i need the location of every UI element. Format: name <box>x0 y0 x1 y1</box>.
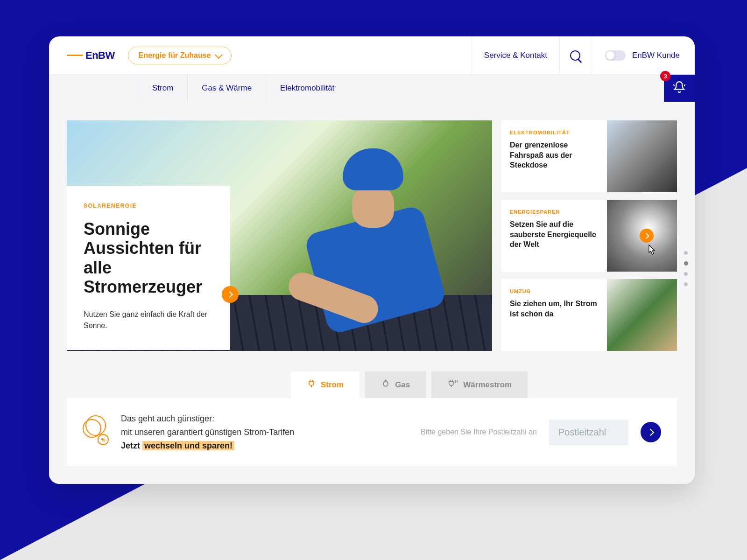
dot-4[interactable] <box>684 282 688 286</box>
tab-gas[interactable]: Gas <box>365 371 426 398</box>
category-dropdown[interactable]: Energie für Zuhause <box>128 47 232 64</box>
hero-title: Sonnige Aussichten für alle Stromerzeuge… <box>84 219 213 297</box>
side-title: Setzen Sie auf die sauberste Energiequel… <box>510 219 599 250</box>
sub-navigation: Strom Gas & Wärme Elektromobilität 3 <box>49 75 695 102</box>
hero-eyebrow: SOLARENERGIE <box>84 203 213 209</box>
flame-icon <box>381 379 390 391</box>
side-title: Sie ziehen um, Ihr Strom ist schon da <box>510 299 599 319</box>
side-eyebrow: ENERGIESPAREN <box>510 209 599 215</box>
promo-cta: Jetzt wechseln und sparen! <box>121 439 294 453</box>
search-button[interactable] <box>559 36 591 75</box>
plz-input[interactable] <box>549 420 628 445</box>
logo-dash-icon <box>67 55 83 56</box>
side-card-elektromobilitaet[interactable]: ELEKTROMOBILITÄT Der grenzenlose Fahrspa… <box>501 120 677 192</box>
side-image-car <box>607 120 677 192</box>
notification-button[interactable]: 3 <box>664 75 695 102</box>
chevron-down-icon <box>215 51 223 59</box>
top-bar: EnBW Energie für Zuhause Service & Konta… <box>49 36 695 75</box>
subnav-item-gas-waerme[interactable]: Gas & Wärme <box>187 75 266 102</box>
bell-icon <box>673 81 685 96</box>
cursor-icon <box>646 244 657 260</box>
hero-arrow-button[interactable] <box>222 286 239 303</box>
main-content: SOLARENERGIE Sonnige Aussichten für alle… <box>49 102 695 484</box>
hero-card: SOLARENERGIE Sonnige Aussichten für alle… <box>67 186 230 350</box>
promo-text: Das geht auch günstiger: mit unseren gar… <box>121 412 294 452</box>
side-card-umzug[interactable]: UMZUG Sie ziehen um, Ihr Strom ist schon… <box>501 279 677 351</box>
tariff-tabs: Strom Gas Wärmestrom <box>291 371 677 398</box>
toggle-label: EnBW Kunde <box>632 51 680 60</box>
toggle-switch-icon <box>605 50 626 61</box>
side-eyebrow: ELEKTROMOBILITÄT <box>510 130 599 135</box>
brand-text: EnBW <box>85 49 115 62</box>
tab-label: Wärmestrom <box>463 380 512 390</box>
pagination-dots <box>684 251 688 286</box>
service-contact-link[interactable]: Service & Kontakt <box>472 36 559 75</box>
tab-label: Gas <box>395 380 410 390</box>
plug-icon <box>307 379 316 391</box>
promo-line2: mit unseren garantiert günstigen Strom-T… <box>121 426 294 439</box>
side-cards: ELEKTROMOBILITÄT Der grenzenlose Fahrspa… <box>501 120 677 351</box>
tab-strom[interactable]: Strom <box>291 371 359 398</box>
hero-subtitle: Nutzen Sie ganz einfach die Kraft der So… <box>84 309 213 331</box>
plz-submit-button[interactable] <box>641 422 661 442</box>
subnav-item-strom[interactable]: Strom <box>138 75 187 102</box>
savings-icon: % <box>83 419 109 445</box>
side-image-plant <box>607 279 677 351</box>
app-window: EnBW Energie für Zuhause Service & Konta… <box>49 36 695 484</box>
promo-line1: Das geht auch günstiger: <box>121 412 294 426</box>
plz-label: Bitte geben Sie Ihre Postleitzahl an <box>421 428 537 436</box>
promo-bar: % Das geht auch günstiger: mit unseren g… <box>67 398 677 466</box>
dot-1[interactable] <box>684 251 688 255</box>
hero-section: SOLARENERGIE Sonnige Aussichten für alle… <box>67 120 492 351</box>
side-arrow-icon <box>640 229 654 243</box>
dropdown-label: Energie für Zuhause <box>139 51 211 60</box>
subnav-item-elektromobilitaet[interactable]: Elektromobilität <box>266 75 348 102</box>
tab-label: Strom <box>321 380 344 390</box>
search-icon <box>570 50 580 61</box>
side-title: Der grenzenlose Fahrspaß aus der Steckdo… <box>510 140 599 170</box>
customer-toggle[interactable]: EnBW Kunde <box>591 50 680 61</box>
side-eyebrow: UMZUG <box>510 288 599 294</box>
dot-3[interactable] <box>684 272 688 276</box>
brand-logo[interactable]: EnBW <box>67 49 115 62</box>
side-card-energiesparen[interactable]: ENERGIESPAREN Setzen Sie auf die saubers… <box>501 200 677 272</box>
notification-badge: 3 <box>660 71 670 81</box>
tab-waermestrom[interactable]: Wärmestrom <box>431 371 528 398</box>
dot-2[interactable] <box>684 261 688 266</box>
heat-icon <box>447 379 458 391</box>
